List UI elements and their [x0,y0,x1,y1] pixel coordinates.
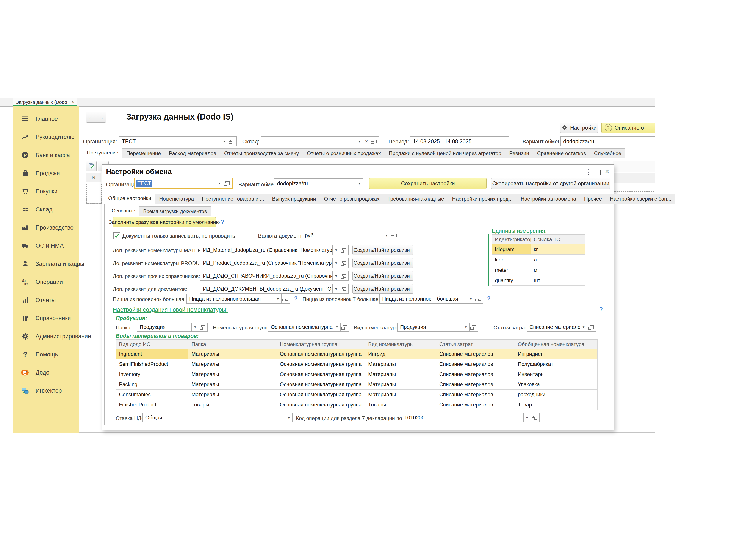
tab-peremeschenie[interactable]: Перемещение [122,149,165,158]
materials-cell[interactable]: Packing [116,380,188,390]
forward-button[interactable]: → [96,112,106,123]
subtab-vremya-zagruzki[interactable]: Время загрузки документов [139,207,211,216]
write-only-checkbox[interactable] [113,232,120,239]
materials-cell[interactable]: Товар [515,400,598,410]
folder-field[interactable]: Продукция ▾ [137,323,207,331]
exchange-filter-field[interactable]: dodopizza/ru [560,136,655,146]
open-link-icon[interactable] [390,231,399,240]
tab-nastroyki-prochih[interactable]: Настройки прочих прод... [448,194,517,204]
unit-row-cell[interactable]: quantity [492,275,531,286]
tab-vypusk-produkcii[interactable]: Выпуск продукции [268,194,320,204]
grid-empty-row[interactable] [86,184,102,204]
pizza-halves-field[interactable]: Пицца из половинок большая ▾ [186,294,290,303]
open-link-icon[interactable] [340,323,349,331]
materials-cell[interactable]: Основная номенклатурная группа [277,390,365,400]
period-more-button[interactable]: ... [510,139,519,144]
attr-docs-create-button[interactable]: Создать/Найти реквизит [352,284,413,294]
chevron-down-icon[interactable]: ▾ [333,258,339,268]
grid-column-n-header[interactable]: N [86,173,101,182]
tab-trebovaniya-nakladnye[interactable]: Требования-накладные [383,194,448,204]
materials-cell[interactable]: FinishedProduct [116,400,188,410]
chevron-down-icon[interactable]: ▾ [333,271,339,280]
save-settings-button[interactable]: Сохранить настройки [369,178,487,189]
attr-material-field[interactable]: ИД_Material_dodopizza_ru (Справочник "Но… [200,245,349,255]
materials-cell[interactable]: Ingredient [116,349,188,359]
sidebar-item-inzhektor[interactable]: Инжектор [13,381,79,400]
fill-defaults-button[interactable]: Заполнить сразу все настройки по умолчан… [113,217,216,227]
tab-postuplenie[interactable]: Поступление [83,148,122,158]
tab-nastroyka-sverki[interactable]: Настройка сверки с бан... [606,194,675,204]
new-nomenclature-heading[interactable]: Настройки создания новой номенклатуры: [113,307,228,313]
unit-row-cell[interactable]: meter [492,265,531,275]
tab-obschie-nastroyki[interactable]: Общие настройки [104,193,155,204]
help-question-mark[interactable]: ? [221,218,225,225]
materials-cell[interactable]: Основная номенклатурная группа [277,400,365,410]
open-link-icon[interactable] [339,245,348,255]
tab-prochee[interactable]: Прочее [580,194,606,204]
chevron-down-icon[interactable]: ▾ [580,323,587,331]
materials-cell[interactable]: SemiFinishedProduct [116,359,188,369]
materials-cell[interactable]: Полуфабрикат [515,359,598,369]
warehouse-filter-field[interactable]: ▾ × [261,136,379,146]
pizza-halves-t-help[interactable]: ? [487,295,490,301]
open-link-icon[interactable] [587,323,596,331]
dialog-org-field[interactable]: ТЕСТ ▾ [135,178,232,188]
tab-otchety-roznichnye[interactable]: Отчеты о розничных продажах [303,149,385,158]
close-icon[interactable]: × [605,167,609,176]
sidebar-item-prodazhi[interactable]: Продажи [13,164,79,182]
open-link-icon[interactable] [370,137,379,146]
materials-cell[interactable]: Ингрид [365,349,436,359]
unit-row-cell[interactable]: шт [531,275,585,286]
chevron-down-icon[interactable]: ▾ [333,284,339,294]
chevron-down-icon[interactable]: ▾ [333,245,339,255]
materials-cell[interactable]: Основная номенклатурная группа [277,380,365,390]
unit-row-cell[interactable]: liter [492,255,531,265]
chevron-down-icon[interactable]: ▾ [524,413,530,422]
materials-cell[interactable]: Inventory [116,369,188,380]
materials-cell[interactable]: Материалы [188,390,277,400]
materials-cell[interactable]: Упаковка [515,380,598,390]
attr-material-create-button[interactable]: Создать/Найти реквизит [352,245,413,255]
materials-cell[interactable]: Материалы [188,369,277,380]
sidebar-item-administrirovanie[interactable]: Администрирование [13,327,79,345]
chevron-down-icon[interactable]: ▾ [285,413,292,422]
materials-cell[interactable]: Списание материалов [436,349,515,359]
back-button[interactable]: ← [86,112,96,123]
sidebar-item-spravochniki[interactable]: Справочники [13,309,79,327]
open-link-icon[interactable] [530,413,539,422]
materials-cell[interactable]: Consumables [116,390,188,400]
open-link-icon[interactable] [474,294,483,303]
settings-button[interactable]: Настройки [560,123,598,133]
unit-row-cell[interactable]: м [531,265,585,275]
new-nomenclature-help[interactable]: ? [600,306,603,312]
chevron-down-icon[interactable]: ▾ [333,323,340,331]
chevron-down-icon[interactable]: ▾ [383,231,390,240]
sidebar-item-glavnoe[interactable]: Главное [13,110,79,128]
tab-postuplenie-tovarov[interactable]: Поступление товаров и ... [198,194,268,204]
open-link-icon[interactable] [228,137,236,146]
materials-cell[interactable]: расходники [515,390,598,400]
group-field[interactable]: Основная номенклатурная груп ▾ [268,323,349,331]
open-link-icon[interactable] [339,271,348,280]
attr-product-create-button[interactable]: Создать/Найти реквизит [352,258,413,268]
pizza-halves-t-field[interactable]: Пицца из половинок Т большая ▾ [379,294,483,303]
sidebar-item-pokupki[interactable]: Покупки [13,182,79,200]
chevron-down-icon[interactable]: ▾ [191,323,199,331]
open-link-icon[interactable] [339,258,348,268]
materials-cell[interactable]: Материалы [365,369,436,380]
materials-col-header[interactable]: Вид номенклатуры [365,340,436,349]
sidebar-item-zarplata-i-kadry[interactable]: Зарплата и кадры [13,255,79,273]
open-link-icon[interactable] [223,179,232,188]
chevron-down-icon[interactable]: ▾ [216,179,223,188]
load-documents-toolbar-button[interactable] [86,161,96,171]
materials-cell[interactable]: Материалы [365,359,436,369]
materials-cell[interactable]: Основная номенклатурная группа [277,359,365,369]
materials-cell[interactable]: Материалы [188,359,277,369]
open-link-icon[interactable] [281,294,290,303]
unit-row-cell[interactable]: л [531,255,585,265]
period-filter-field[interactable]: 14.08.2025 - 14.08.2025 [410,136,509,146]
materials-cell[interactable]: Списание материалов [436,390,515,400]
materials-col-header[interactable]: Обобщенная номенклатура [515,340,598,349]
chevron-down-icon[interactable]: ▾ [274,294,281,303]
materials-cell[interactable]: Материалы [188,380,277,390]
